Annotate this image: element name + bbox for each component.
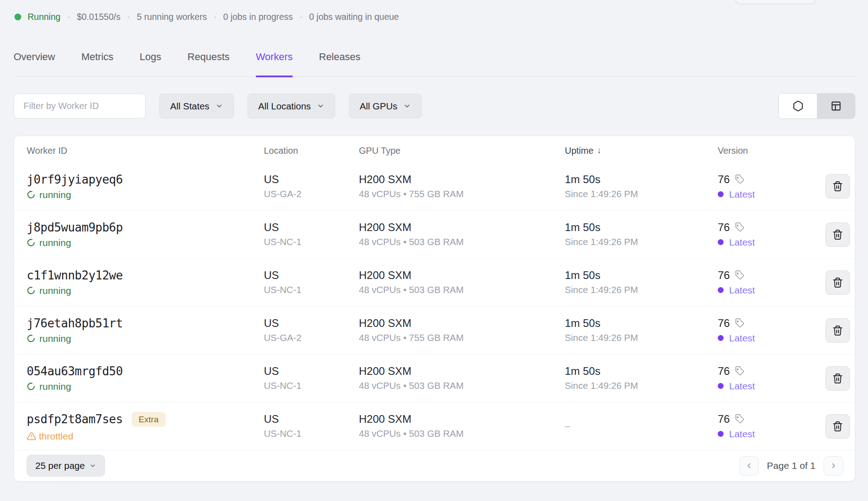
uptime-value: 1m 50s xyxy=(565,318,718,329)
chevron-down-icon xyxy=(403,102,411,110)
actions-cell xyxy=(820,414,855,439)
gpus-filter-dropdown[interactable]: All GPUs xyxy=(349,94,422,118)
actions-cell xyxy=(820,270,855,295)
worker-status: running xyxy=(27,382,264,391)
tab-logs[interactable]: Logs xyxy=(140,51,162,76)
uptime-cell: 1m 50s Since 1:49:26 PM xyxy=(565,270,718,295)
spinner-icon xyxy=(27,382,35,391)
tag-icon xyxy=(734,222,744,232)
worker-id-cell: j0rf9jyiapyeq6 running xyxy=(27,174,264,199)
version-cell: 76 Latest xyxy=(718,318,820,343)
table-header-row: Worker ID Location GPU Type Uptime ↓ Ver… xyxy=(14,136,855,162)
worker-id-cell: j8pd5wuam9pb6p running xyxy=(27,222,264,247)
tab-requests[interactable]: Requests xyxy=(187,51,229,76)
worker-id: j0rf9jyiapyeq6 xyxy=(27,174,123,185)
tab-metrics[interactable]: Metrics xyxy=(81,51,114,76)
column-gpu-type[interactable]: GPU Type xyxy=(359,146,565,156)
delete-worker-button[interactable] xyxy=(825,318,850,343)
gpu-specs: 48 vCPUs • 755 GB RAM xyxy=(359,189,565,199)
latest-dot-icon xyxy=(718,431,724,437)
uptime-cell: 1m 50s Since 1:49:26 PM xyxy=(565,318,718,343)
locations-filter-dropdown[interactable]: All Locations xyxy=(248,94,335,118)
warning-icon xyxy=(27,431,36,441)
uptime-cell: 1m 50s Since 1:49:26 PM xyxy=(565,222,718,247)
version-tag: Latest xyxy=(718,237,820,247)
tag-icon xyxy=(734,175,744,184)
actions-cell xyxy=(820,174,855,199)
endpoint-rate: $0.01550/s xyxy=(77,12,121,22)
delete-worker-button[interactable] xyxy=(825,414,850,439)
location-cell: US US-GA-2 xyxy=(264,318,359,343)
worker-status-label: running xyxy=(39,334,71,343)
column-location[interactable]: Location xyxy=(264,146,359,156)
tab-workers[interactable]: Workers xyxy=(256,51,293,76)
running-workers-count: 5 running workers xyxy=(137,12,207,22)
chevron-down-icon xyxy=(215,102,223,110)
per-page-label: 25 per page xyxy=(35,460,85,471)
chevron-down-icon xyxy=(89,462,96,469)
latest-dot-icon xyxy=(718,335,724,341)
hexagon-view-button[interactable] xyxy=(779,94,817,118)
separator: · xyxy=(214,12,216,22)
previous-page-button[interactable] xyxy=(739,456,759,476)
worker-id-cell: psdfp2t8am7ses Extra throttled xyxy=(27,412,264,441)
worker-status: running xyxy=(27,238,264,247)
states-filter-label: All States xyxy=(170,101,210,112)
version-tag: Latest xyxy=(718,429,820,439)
tag-icon xyxy=(734,270,744,280)
extra-badge: Extra xyxy=(132,412,165,427)
column-worker-id[interactable]: Worker ID xyxy=(27,146,264,156)
gpu-specs: 48 vCPUs • 755 GB RAM xyxy=(359,333,565,343)
states-filter-dropdown[interactable]: All States xyxy=(159,94,234,118)
datacenter: US-GA-2 xyxy=(264,333,359,343)
chevron-left-icon xyxy=(745,462,753,470)
gpu-type: H200 SXM xyxy=(359,174,565,185)
actions-cell xyxy=(820,366,855,391)
location-cell: US US-NC-1 xyxy=(264,270,359,295)
version-number: 76 xyxy=(718,174,730,185)
uptime-since: Since 1:49:26 PM xyxy=(565,381,718,391)
delete-worker-button[interactable] xyxy=(825,174,850,199)
country: US xyxy=(264,270,359,281)
delete-worker-button[interactable] xyxy=(825,366,850,391)
tab-releases[interactable]: Releases xyxy=(319,51,361,76)
worker-id-cell: 054au63mrgfd50 running xyxy=(27,365,264,391)
table-icon xyxy=(830,100,842,112)
spinner-icon xyxy=(27,334,35,343)
worker-id-filter-input[interactable] xyxy=(14,94,146,118)
latest-label: Latest xyxy=(729,429,755,439)
latest-dot-icon xyxy=(718,383,724,389)
gpu-type: H200 SXM xyxy=(359,222,565,233)
location-cell: US US-GA-2 xyxy=(264,174,359,199)
uptime-value: 1m 50s xyxy=(565,222,718,233)
tab-overview[interactable]: Overview xyxy=(14,51,55,76)
table-view-button[interactable] xyxy=(817,94,855,118)
jobs-in-progress: 0 jobs in progress xyxy=(223,12,293,22)
delete-worker-button[interactable] xyxy=(825,222,850,247)
partial-top-button[interactable] xyxy=(735,0,816,4)
separator: · xyxy=(127,12,130,22)
version-number: 76 xyxy=(718,270,730,281)
separator: · xyxy=(67,12,70,22)
spinner-icon xyxy=(27,238,35,247)
delete-worker-button[interactable] xyxy=(825,270,850,295)
gpu-cell: H200 SXM 48 vCPUs • 503 GB RAM xyxy=(359,366,565,391)
trash-icon xyxy=(832,325,843,336)
uptime-cell: – xyxy=(565,421,718,431)
location-cell: US US-NC-1 xyxy=(264,414,359,439)
uptime-cell: 1m 50s Since 1:49:26 PM xyxy=(565,174,718,199)
next-page-button[interactable] xyxy=(824,456,843,476)
actions-cell xyxy=(820,318,855,343)
worker-id: j76etah8pb51rt xyxy=(27,317,123,329)
tag-icon xyxy=(734,318,744,328)
worker-id-cell: j76etah8pb51rt running xyxy=(27,317,264,343)
column-uptime[interactable]: Uptime ↓ xyxy=(565,146,718,156)
gpu-specs: 48 vCPUs • 503 GB RAM xyxy=(359,429,565,439)
per-page-dropdown[interactable]: 25 per page xyxy=(27,455,105,477)
gpu-type: H200 SXM xyxy=(359,414,565,425)
column-version[interactable]: Version xyxy=(718,146,820,156)
table-footer: 25 per page Page 1 of 1 xyxy=(14,450,855,481)
version-tag: Latest xyxy=(718,285,820,295)
uptime-value: 1m 50s xyxy=(565,174,718,185)
worker-status: running xyxy=(27,334,264,343)
